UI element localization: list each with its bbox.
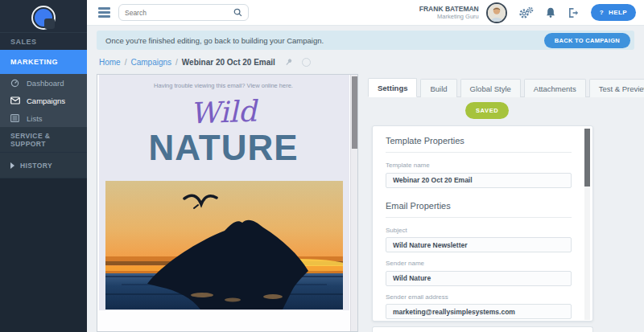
caret-right-icon [10,162,14,169]
breadcrumb-separator: / [125,58,127,67]
next-card-edge [372,326,593,332]
sender-name-input[interactable] [386,271,572,286]
avatar[interactable] [486,2,507,23]
field-subject: Subject [386,227,572,253]
whale-sunset-image [105,181,343,309]
list-icon [10,113,20,123]
breadcrumb-current: Webinar 20 Oct 20 Email [182,58,275,67]
sidebar-item-sales[interactable]: SALES [0,32,87,50]
tab-global-style[interactable]: Global Style [460,79,521,97]
sidebar-item-marketing[interactable]: MARKETING [0,50,87,74]
sidebar-item-label: HISTORY [20,162,52,170]
menu-icon[interactable] [98,7,110,18]
help-button[interactable]: ? HELP [591,4,636,21]
editor-tabs: Settings Build Global Style Attachments … [368,77,640,97]
help-question-icon: ? [600,9,604,16]
settings-gears-icon[interactable] [518,6,534,19]
field-template-name: Template name [386,162,572,188]
field-label: Subject [386,227,572,234]
field-sender-name: Sender name [386,260,572,286]
info-banner: Once you're finished editing, go back to… [97,31,634,50]
field-sender-email: Sender email address [386,293,572,320]
tab-build[interactable]: Build [420,79,456,97]
help-label: HELP [609,9,627,16]
search-input[interactable] [125,9,233,17]
tab-attachments[interactable]: Attachments [524,79,586,97]
logo-icon [31,6,56,30]
tab-test-preview[interactable]: Test & Preview [589,79,644,97]
card-scrollbar-thumb[interactable] [584,129,590,186]
sidebar-item-lists[interactable]: Lists [0,109,87,127]
field-label: Sender email address [386,293,572,301]
view-online-text[interactable]: Having trouble viewing this email? View … [97,82,349,89]
sidebar-item-campaigns[interactable]: Campaigns [0,92,87,109]
sidebar-item-label: SALES [10,38,37,46]
settings-card: Template Properties Template name Email … [372,125,593,322]
field-label: Sender name [386,260,572,267]
breadcrumb-campaigns-link[interactable]: Campaigns [130,58,171,67]
sidebar-item-dashboard[interactable]: Dashboard [0,74,87,92]
sidebar: SALES MARKETING Dashboard Campaigns List… [0,0,87,332]
preview-scrollbar-thumb[interactable] [352,76,357,149]
template-name-input[interactable] [386,173,572,188]
brand-name-wordmark: NATURE [97,128,349,168]
sidebar-item-history[interactable]: HISTORY [0,153,87,178]
app-logo[interactable] [0,0,87,32]
back-to-campaign-button[interactable]: BACK TO CAMPAIGN [544,33,630,48]
sidebar-item-label: Campaigns [27,96,65,105]
breadcrumb: Home / Campaigns / Webinar 20 Oct 20 Ema… [99,55,311,68]
search-box [118,4,249,21]
sender-email-input[interactable] [386,304,572,319]
banner-message: Once you're finished editing, go back to… [105,36,544,45]
tab-settings[interactable]: Settings [368,78,417,97]
notifications-bell-icon[interactable] [545,6,556,18]
sidebar-item-label: Lists [27,114,43,123]
sidebar-item-label: SERVICE & SUPPORT [10,132,87,148]
user-info[interactable]: FRANK BATEMAN Marketing Guru [419,5,479,21]
user-role: Marketing Guru [419,13,479,20]
status-circle-icon[interactable] [302,58,311,67]
preview-scrollbar[interactable] [350,75,357,331]
section-title-template-properties: Template Properties [386,136,572,153]
saved-badge: SAVED [465,102,509,119]
marketing-submenu: Dashboard Campaigns Lists [0,74,87,127]
email-body-background [99,310,349,331]
sidebar-item-service-support[interactable]: SERVICE & SUPPORT [0,127,87,153]
breadcrumb-home-link[interactable]: Home [99,58,121,67]
search-icon[interactable] [233,8,242,17]
dashboard-icon [10,78,20,88]
envelope-icon [10,96,20,105]
sidebar-filler [0,178,87,332]
subject-input[interactable] [386,237,572,252]
sidebar-item-label: MARKETING [10,58,58,66]
field-label: Template name [386,162,572,169]
logout-icon[interactable] [568,7,580,18]
section-title-email-properties: Email Properties [386,201,572,218]
pin-icon[interactable] [284,58,293,67]
email-preview-panel: Having trouble viewing this email? View … [97,74,358,332]
sidebar-item-label: Dashboard [27,79,64,88]
card-scrollbar[interactable] [584,129,590,320]
top-bar: FRANK BATEMAN Marketing Guru ? HELP [87,0,644,26]
breadcrumb-separator: / [175,58,178,67]
user-name: FRANK BATEMAN [419,5,479,14]
